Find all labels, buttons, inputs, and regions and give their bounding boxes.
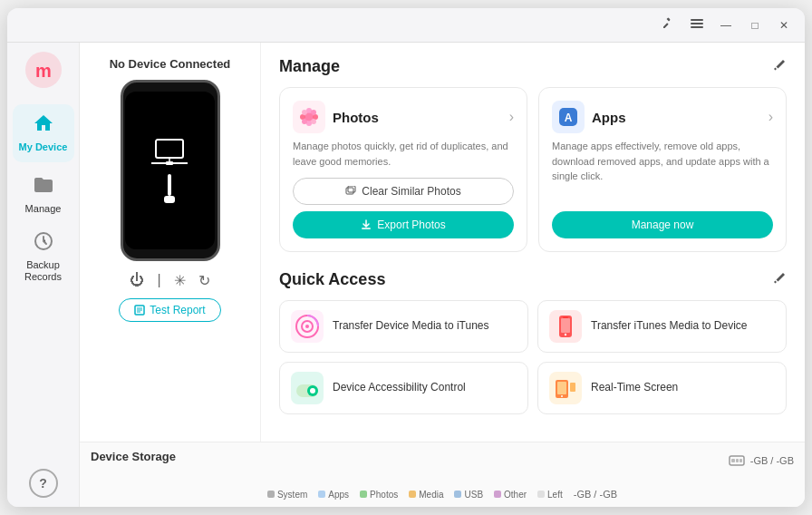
photos-arrow-icon[interactable]: › [509, 109, 514, 125]
menu-titlebar-icon[interactable] [687, 15, 707, 34]
svg-rect-6 [156, 140, 183, 158]
qa-realtime-screen-label: Real-Time Screen [591, 381, 678, 395]
sidebar-item-my-device[interactable]: My Device [13, 104, 74, 162]
svg-rect-28 [362, 228, 371, 229]
svg-rect-44 [570, 383, 575, 392]
photos-actions: Clear Similar Photos Export Photos [293, 178, 514, 238]
legend-apps: Apps [318, 490, 349, 500]
photos-title: Photos [333, 110, 379, 125]
clear-similar-button[interactable]: Clear Similar Photos [293, 178, 514, 205]
qa-accessibility[interactable]: Device Accessibility Control [279, 362, 528, 414]
phone-mockup [121, 80, 220, 261]
svg-point-40 [310, 388, 315, 394]
svg-rect-47 [736, 459, 739, 462]
legend-photos: Photos [360, 490, 398, 500]
main-content: No Device Connected [80, 43, 805, 507]
sidebar-item-manage[interactable]: Manage [13, 166, 74, 224]
right-panel: Manage [261, 43, 805, 442]
photos-icon [293, 101, 325, 133]
media-dot [409, 491, 416, 498]
minimize-button[interactable]: — [716, 15, 736, 35]
device-status-title: No Device Connected [110, 57, 231, 71]
svg-rect-26 [346, 188, 353, 194]
accessibility-icon [291, 372, 324, 404]
svg-point-33 [305, 325, 309, 328]
legend-left: Left [537, 490, 563, 500]
apps-title-row: A Apps [552, 101, 626, 133]
left-dot [537, 491, 545, 498]
content-body: No Device Connected [80, 43, 805, 442]
photos-dot [360, 491, 367, 498]
usb-dot [454, 491, 461, 498]
svg-rect-46 [731, 459, 735, 462]
manage-now-button[interactable]: Manage now [552, 211, 773, 238]
manage-cards: Photos › Manage photos quickly, get rid … [279, 87, 787, 252]
legend-system: System [267, 490, 307, 500]
svg-point-22 [302, 110, 307, 115]
manage-edit-icon[interactable] [772, 58, 787, 76]
apps-card-header: A Apps › [552, 101, 773, 133]
backup-icon [33, 230, 54, 256]
svg-rect-42 [557, 382, 566, 394]
apps-card: A Apps › Manage apps effectively, remove… [538, 87, 787, 252]
device-controls: ⏻ | ✳ ↻ [130, 272, 209, 289]
storage-title: Device Storage [91, 450, 176, 463]
apps-actions: Manage now [552, 211, 773, 238]
qa-accessibility-label: Device Accessibility Control [333, 381, 466, 395]
manage-label: Manage [25, 203, 62, 215]
media-label: Media [419, 490, 443, 500]
maximize-button[interactable]: □ [745, 15, 765, 35]
export-icon [361, 219, 372, 230]
my-device-label: My Device [19, 141, 68, 153]
other-label: Other [504, 490, 527, 500]
sidebar-item-backup[interactable]: Backup Records [13, 228, 74, 286]
usb-label: USB [464, 490, 483, 500]
svg-rect-35 [561, 318, 570, 333]
svg-rect-48 [740, 459, 742, 462]
test-report-button[interactable]: Test Report [119, 298, 220, 322]
refresh-icon[interactable]: ↻ [198, 272, 210, 289]
clear-similar-icon [345, 186, 356, 197]
left-label: Left [547, 490, 563, 500]
device-storage-section: Device Storage -GB / -GB [80, 442, 805, 507]
folder-icon [33, 174, 54, 199]
photos-description: Manage photos quickly, get rid of duplic… [293, 139, 514, 169]
sidebar: m My Device Manage Backup Records [7, 43, 80, 507]
apps-icon: A [552, 101, 585, 133]
phone-screen [125, 92, 216, 250]
close-button[interactable]: ✕ [774, 15, 794, 35]
apps-arrow-icon[interactable]: › [768, 109, 773, 125]
apps-description: Manage apps effectively, remove old apps… [552, 139, 773, 202]
qa-transfer-to-itunes-label: Transfer Device Media to iTunes [333, 319, 489, 334]
phone-icon [549, 310, 582, 343]
apps-dot [318, 491, 325, 498]
signal-icon[interactable]: | [157, 272, 160, 289]
apps-title: Apps [592, 110, 626, 125]
svg-point-25 [311, 119, 316, 124]
legend-other: Other [494, 490, 527, 500]
photos-card-header: Photos › [293, 101, 514, 133]
help-button[interactable]: ? [29, 469, 58, 498]
manage-title: Manage [279, 57, 340, 76]
quick-access-edit-icon[interactable] [772, 271, 787, 289]
photos-legend-label: Photos [370, 490, 398, 500]
qa-realtime-screen[interactable]: Real-Time Screen [537, 362, 787, 414]
power-icon[interactable]: ⏻ [130, 272, 144, 289]
screen-icon [549, 372, 582, 404]
app-window: — □ ✕ m My Device Manage [7, 8, 805, 507]
quick-access-title: Quick Access [279, 270, 385, 289]
laptop-icon [151, 138, 188, 203]
system-label: System [277, 490, 307, 500]
legend-media: Media [409, 490, 443, 500]
export-photos-button[interactable]: Export Photos [293, 211, 514, 238]
test-report-label: Test Report [150, 304, 205, 316]
star-icon[interactable]: ✳ [174, 272, 186, 289]
main-layout: m My Device Manage Backup Records [7, 43, 805, 507]
qa-transfer-to-itunes[interactable]: Transfer Device Media to iTunes [279, 300, 528, 353]
report-icon [134, 305, 145, 316]
qa-transfer-from-itunes[interactable]: Transfer iTunes Media to Device [537, 300, 787, 353]
svg-text:m: m [35, 61, 52, 81]
edit-titlebar-icon[interactable] [658, 15, 678, 34]
svg-point-43 [561, 395, 563, 397]
device-panel: No Device Connected [80, 43, 261, 442]
